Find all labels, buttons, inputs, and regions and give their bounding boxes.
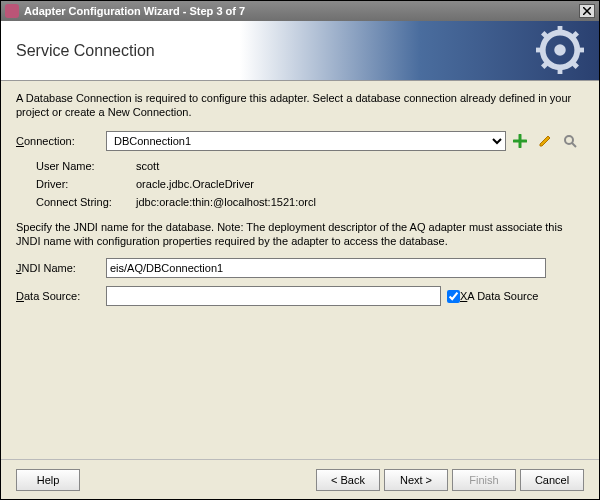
window-title: Adapter Configuration Wizard - Step 3 of… xyxy=(24,5,579,17)
footer: Help < Back Next > Finish Cancel xyxy=(1,459,599,499)
back-button[interactable]: < Back xyxy=(316,469,380,491)
connectstr-value: jdbc:oracle:thin:@localhost:1521:orcl xyxy=(136,196,316,208)
magnifier-icon xyxy=(563,134,577,148)
svg-line-9 xyxy=(572,33,577,38)
app-icon xyxy=(5,4,19,18)
svg-point-1 xyxy=(554,44,566,56)
connectstr-label: Connect String: xyxy=(36,196,136,208)
next-button[interactable]: Next > xyxy=(384,469,448,491)
driver-value: oracle.jdbc.OracleDriver xyxy=(136,178,254,190)
close-icon xyxy=(583,7,591,15)
help-button[interactable]: Help xyxy=(16,469,80,491)
svg-point-10 xyxy=(565,136,573,144)
intro-text: A Database Connection is required to con… xyxy=(16,91,584,120)
svg-line-6 xyxy=(543,33,548,38)
pencil-icon xyxy=(538,134,552,148)
finish-button: Finish xyxy=(452,469,516,491)
page-title: Service Connection xyxy=(16,42,155,60)
close-button[interactable] xyxy=(579,4,595,18)
svg-line-11 xyxy=(572,143,576,147)
cancel-button[interactable]: Cancel xyxy=(520,469,584,491)
plus-icon xyxy=(513,134,527,148)
xa-label: XA Data Source xyxy=(460,290,550,302)
banner-gear-icon xyxy=(536,26,584,74)
connection-label: Connection: xyxy=(16,135,106,147)
titlebar: Adapter Configuration Wizard - Step 3 of… xyxy=(1,1,599,21)
connection-row: Connection: DBConnection1 xyxy=(16,130,584,152)
connection-details: User Name: scott Driver: oracle.jdbc.Ora… xyxy=(36,160,584,208)
xa-checkbox[interactable] xyxy=(447,290,460,303)
edit-connection-button[interactable] xyxy=(534,130,556,152)
svg-line-8 xyxy=(543,62,548,67)
datasource-label: Data Source: xyxy=(16,290,106,302)
jndi-row: JNDI Name: xyxy=(16,258,584,278)
banner: Service Connection xyxy=(1,21,599,81)
svg-line-7 xyxy=(572,62,577,67)
jndi-label: JNDI Name: xyxy=(16,262,106,274)
driver-label: Driver: xyxy=(36,178,136,190)
search-connection-button[interactable] xyxy=(559,130,581,152)
add-connection-button[interactable] xyxy=(509,130,531,152)
datasource-row: Data Source: XA Data Source xyxy=(16,286,584,306)
content: A Database Connection is required to con… xyxy=(1,81,599,459)
jndi-input[interactable] xyxy=(106,258,546,278)
jndi-note: Specify the JNDI name for the database. … xyxy=(16,220,584,249)
datasource-input[interactable] xyxy=(106,286,441,306)
username-value: scott xyxy=(136,160,159,172)
connection-select[interactable]: DBConnection1 xyxy=(106,131,506,151)
username-label: User Name: xyxy=(36,160,136,172)
